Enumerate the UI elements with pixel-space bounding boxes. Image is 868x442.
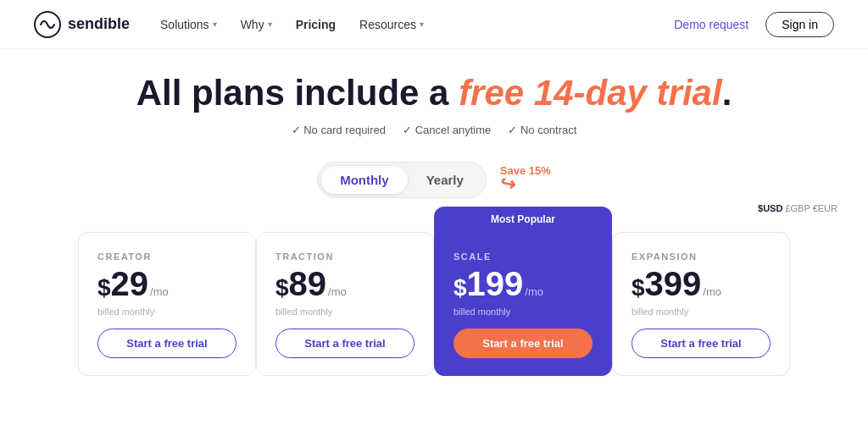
price-amount-scale: 199 [467,267,524,301]
logo-text: sendible [68,15,130,33]
pricing-cards: $USD £GBP €EUR CREATOR $ 29 /mo billed m… [0,207,868,376]
currency-selector[interactable]: $USD £GBP €EUR [758,203,837,213]
billed-scale: billed monthly [453,307,510,317]
headline-part1: All plans include a [136,73,459,113]
nav-why[interactable]: Why ▾ [241,18,272,31]
plan-name-scale: SCALE [453,251,492,262]
nav-actions: Demo request Sign in [674,12,834,37]
nav-solutions[interactable]: Solutions ▾ [160,18,217,31]
trial-btn-expansion[interactable]: Start a free trial [632,329,771,358]
chevron-down-icon: ▾ [268,19,272,29]
billing-toggle-section: Monthly Yearly Save 15% ↩ [0,162,868,198]
price-per-creator: /mo [150,285,169,298]
currency-eur[interactable]: €EUR [813,203,837,213]
logo[interactable]: sendible [34,11,130,38]
save-badge: Save 15% ↩ [500,164,551,196]
arrow-icon: ↩ [498,173,517,197]
price-per-scale: /mo [525,285,543,298]
billing-toggle: Monthly Yearly [317,162,487,198]
hero-headline: All plans include a free 14-day trial. [34,73,834,113]
price-row-expansion: $ 399 /mo [632,267,721,301]
trial-btn-scale[interactable]: Start a free trial [453,329,593,358]
price-amount-traction: 89 [289,267,327,301]
plan-name-traction: TRACTION [275,251,334,262]
nav-resources[interactable]: Resources ▾ [359,18,424,31]
billed-traction: billed monthly [275,307,332,317]
price-row-creator: $ 29 /mo [97,267,169,301]
demo-request-link[interactable]: Demo request [674,18,748,31]
price-per-expansion: /mo [703,285,721,298]
trial-btn-creator[interactable]: Start a free trial [97,329,236,358]
nav-pricing[interactable]: Pricing [296,18,336,31]
price-amount-expansion: 399 [645,267,702,301]
plan-name-creator: CREATOR [97,251,152,262]
billed-expansion: billed monthly [632,307,688,317]
nav-links: Solutions ▾ Why ▾ Pricing Resources ▾ [160,18,674,31]
signin-button[interactable]: Sign in [765,12,834,37]
plan-expansion: EXPANSION $ 399 /mo billed monthly Start… [612,232,790,376]
perk-cancel: Cancel anytime [403,124,491,136]
chevron-down-icon: ▾ [420,19,424,29]
monthly-toggle[interactable]: Monthly [321,166,408,194]
currency-gbp[interactable]: £GBP [785,203,810,213]
perk-no-card: No card required [292,124,386,136]
billed-creator: billed monthly [97,307,154,317]
trial-btn-traction[interactable]: Start a free trial [275,329,415,358]
plan-creator: CREATOR $ 29 /mo billed monthly Start a … [78,232,256,376]
headline-highlight: free 14-day trial [459,73,722,113]
price-row-traction: $ 89 /mo [275,267,347,301]
plan-scale-wrapper: Most Popular SCALE $ 199 /mo billed mont… [434,207,612,376]
price-row-scale: $ 199 /mo [453,267,543,301]
chevron-down-icon: ▾ [213,19,217,29]
plan-scale: SCALE $ 199 /mo billed monthly Start a f… [434,232,612,376]
price-amount-creator: 29 [111,267,149,301]
most-popular-badge: Most Popular [434,207,612,232]
headline-part2: . [722,73,732,113]
hero-perks: No card required Cancel anytime No contr… [34,124,834,136]
plan-name-expansion: EXPANSION [632,251,697,262]
yearly-toggle[interactable]: Yearly [408,166,482,194]
perk-no-contract: No contract [508,124,576,136]
hero-section: All plans include a free 14-day trial. N… [0,49,868,150]
plan-traction: TRACTION $ 89 /mo billed monthly Start a… [256,232,434,376]
currency-usd[interactable]: $USD [758,203,782,213]
navigation: sendible Solutions ▾ Why ▾ Pricing Resou… [0,0,868,49]
price-per-traction: /mo [328,285,347,298]
